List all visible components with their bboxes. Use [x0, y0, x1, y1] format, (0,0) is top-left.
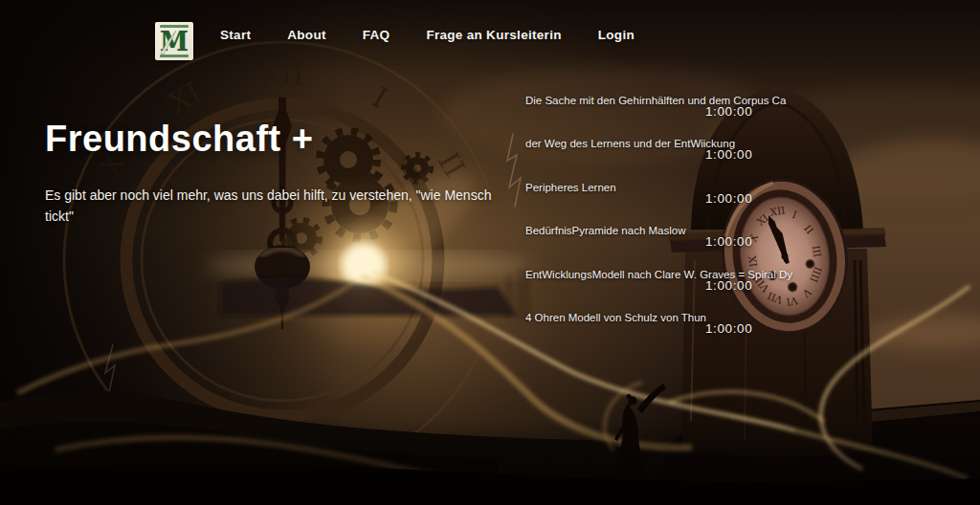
- nav-item-faq[interactable]: FAQ: [363, 28, 390, 42]
- course-title[interactable]: BedürfnisPyramide nach Maslow: [525, 225, 685, 236]
- page: XII XI I X II: [0, 0, 980, 505]
- course-row: BedürfnisPyramide nach Maslow 1:00:00: [525, 225, 851, 268]
- course-duration: 1:00:00: [705, 234, 752, 249]
- nav-links: Start About FAQ Frage an Kursleiterin Lo…: [220, 0, 635, 69]
- course-row: Peripheres Lernen 1:00:00: [525, 182, 851, 225]
- nav-item-frage-an-kursleiterin[interactable]: Frage an Kursleiterin: [426, 28, 561, 42]
- course-row: Die Sache mit den Gehirnhälften und dem …: [525, 95, 851, 138]
- nav-item-about[interactable]: About: [287, 28, 325, 42]
- course-duration: 1:00:00: [705, 104, 752, 119]
- page-title: Freundschaft +: [45, 119, 313, 160]
- course-row: EntWicklungsModell nach Clare W. Graves …: [525, 269, 851, 312]
- course-row: der Weg des Lernens und der EntWiickung …: [525, 138, 851, 181]
- course-title[interactable]: 4 Ohren Modell von Schulz von Thun: [525, 312, 706, 323]
- course-list: Die Sache mit den Gehirnhälften und dem …: [525, 95, 851, 355]
- nav-item-login[interactable]: Login: [598, 28, 635, 42]
- nav-item-start[interactable]: Start: [220, 28, 251, 42]
- course-duration: 1:00:00: [705, 278, 752, 293]
- course-duration: 1:00:00: [705, 321, 752, 336]
- course-duration: 1:00:00: [705, 147, 752, 162]
- site-logo[interactable]: M: [155, 22, 193, 60]
- course-title[interactable]: der Weg des Lernens und der EntWiickung: [525, 138, 735, 149]
- course-title[interactable]: Peripheres Lernen: [525, 182, 616, 193]
- hero-subtitle: Es gibt aber noch viel mehr, was uns dab…: [45, 186, 493, 227]
- course-row: 4 Ohren Modell von Schulz von Thun 1:00:…: [525, 312, 851, 355]
- top-nav: M Start About FAQ Frage an Kursleiterin …: [0, 0, 980, 69]
- logo-bottom-text-bar: [160, 55, 189, 57]
- course-duration: 1:00:00: [705, 191, 752, 206]
- quill-icon: [158, 28, 179, 56]
